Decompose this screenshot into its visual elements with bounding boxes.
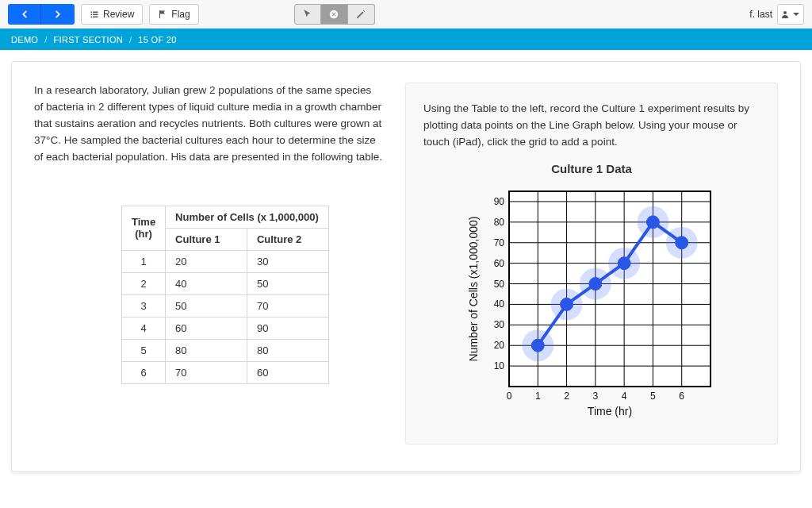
data-point[interactable] [676,237,688,249]
pointer-tool[interactable] [294,4,321,25]
tool-group [294,4,375,25]
cell-time: 3 [122,294,166,317]
question-card: In a research laboratory, Julian grew 2 … [11,61,801,472]
cell-culture2: 30 [247,250,328,272]
caret-down-icon [791,10,801,19]
svg-text:90: 90 [494,196,505,207]
svg-text:10: 10 [494,360,505,371]
cell-culture2: 90 [247,317,328,339]
svg-text:6: 6 [679,391,684,402]
table-row: 12030 [122,250,329,272]
svg-text:50: 50 [494,278,505,289]
cell-time: 2 [122,272,166,294]
draw-tool[interactable] [348,4,375,25]
svg-text:4: 4 [622,391,627,402]
cell-culture1: 20 [166,250,247,272]
review-label: Review [103,9,134,20]
next-button[interactable] [41,4,75,25]
cells-header: Number of Cells (x 1,000,000) [166,206,329,228]
svg-text:60: 60 [494,257,505,268]
cell-time: 1 [122,250,166,272]
cell-time: 4 [122,317,166,339]
data-point[interactable] [561,298,573,310]
cell-culture2: 80 [247,339,328,361]
right-column: Using the Table to the left, record the … [405,83,778,444]
svg-text:20: 20 [494,340,505,351]
cell-time: 5 [122,339,166,361]
user-name: f. last [749,9,772,20]
svg-text:Number of Cells (x1,000,000): Number of Cells (x1,000,000) [467,216,480,361]
topbar: Review Flag f. last [0,0,812,29]
cell-culture1: 70 [166,361,247,383]
person-icon [780,10,790,19]
svg-text:40: 40 [494,298,505,310]
review-button[interactable]: Review [81,4,143,25]
pencil-icon [355,9,366,20]
chart-zone: 0123456102030405060708090Time (hr)Number… [423,183,760,421]
svg-text:2: 2 [564,391,569,402]
close-circle-icon [328,9,339,20]
data-point[interactable] [589,277,602,290]
svg-text:1: 1 [535,391,541,402]
arrow-right-icon [52,9,63,20]
crumb-position: 15 OF 20 [138,35,176,44]
cell-culture2: 50 [247,272,328,294]
cell-culture1: 80 [166,339,247,361]
table-row: 46090 [122,317,329,339]
prev-button[interactable] [8,4,41,25]
cell-time: 6 [122,361,166,383]
svg-text:5: 5 [650,391,656,402]
data-point[interactable] [531,339,544,352]
svg-text:70: 70 [494,237,505,248]
user-menu-button[interactable] [777,4,804,25]
table-row: 58080 [122,339,329,361]
cell-culture1: 50 [166,294,247,317]
prompt-text: In a research laboratory, Julian grew 2 … [34,83,383,166]
table-row: 67060 [122,361,329,383]
time-header: Time(hr) [122,206,166,250]
line-chart[interactable]: 0123456102030405060708090Time (hr)Number… [465,183,718,421]
col-culture1: Culture 1 [166,228,247,250]
svg-text:3: 3 [593,391,599,402]
data-table-wrap: Time(hr) Number of Cells (x 1,000,000) C… [121,206,383,384]
page: In a research laboratory, Julian grew 2 … [0,50,812,483]
crumb-section: FIRST SECTION [54,35,123,44]
nav-buttons [8,4,75,25]
data-table: Time(hr) Number of Cells (x 1,000,000) C… [121,206,329,384]
arrow-left-icon [19,9,30,20]
left-column: In a research laboratory, Julian grew 2 … [34,83,383,444]
list-icon [90,10,99,19]
flag-label: Flag [171,9,190,20]
cell-culture2: 60 [247,361,328,383]
flag-icon [158,10,167,19]
svg-text:30: 30 [494,319,505,330]
instructions-text: Using the Table to the left, record the … [423,101,760,151]
crumb-demo: DEMO [11,35,38,44]
breadcrumb: DEMO / FIRST SECTION / 15 OF 20 [0,29,812,50]
cell-culture2: 70 [247,294,328,317]
col-culture2: Culture 2 [247,228,328,250]
table-row: 35070 [122,294,329,317]
svg-text:0: 0 [507,391,512,402]
table-row: 24050 [122,272,329,294]
data-point[interactable] [646,216,659,229]
cell-culture1: 40 [166,272,247,294]
flag-button[interactable]: Flag [149,4,198,25]
erase-tool[interactable] [321,4,348,25]
cell-culture1: 60 [166,317,247,339]
chart-title: Culture 1 Data [423,162,760,175]
svg-text:80: 80 [494,217,505,228]
svg-text:Time (hr): Time (hr) [588,405,632,418]
svg-point-1 [783,11,787,14]
pointer-icon [302,9,313,20]
data-point[interactable] [618,256,630,269]
